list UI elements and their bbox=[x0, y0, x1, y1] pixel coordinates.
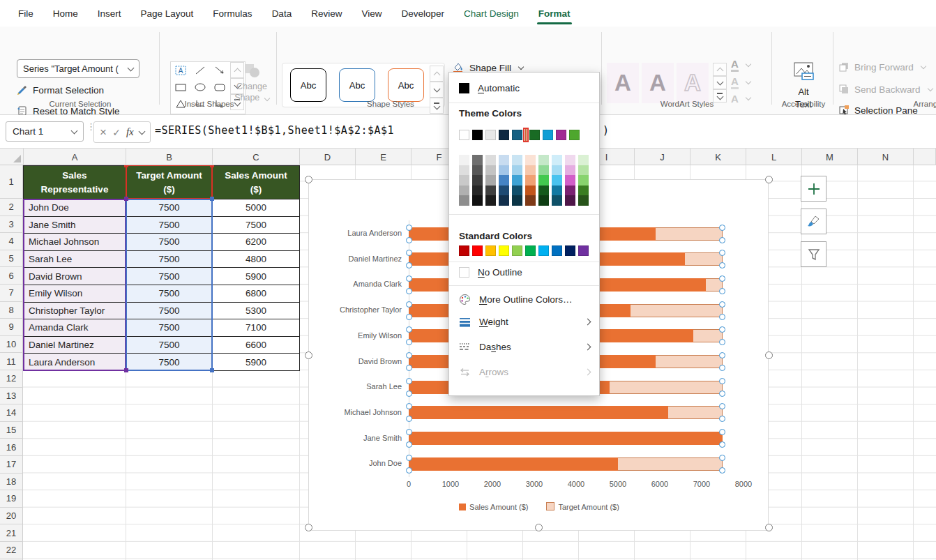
theme-variant-swatch[interactable] bbox=[512, 165, 522, 176]
row-header-18[interactable]: 18 bbox=[0, 474, 23, 491]
cell-target[interactable]: 7500 bbox=[126, 337, 213, 354]
column-header-E[interactable]: E bbox=[356, 149, 412, 165]
theme-variant-swatch[interactable] bbox=[485, 186, 496, 196]
theme-color-swatch[interactable] bbox=[485, 130, 496, 140]
wordart-scroll-down-button[interactable] bbox=[713, 76, 727, 89]
cell-name[interactable]: Emily Wilson bbox=[24, 285, 126, 303]
row-header-21[interactable]: 21 bbox=[0, 524, 23, 542]
column-header-M[interactable]: M bbox=[802, 149, 858, 165]
cell-name[interactable]: Amanda Clark bbox=[24, 319, 126, 337]
cell-sales[interactable]: 6800 bbox=[213, 285, 300, 303]
sales-bar[interactable] bbox=[409, 406, 668, 419]
cell-target[interactable]: 7500 bbox=[126, 268, 213, 285]
row-header-7[interactable]: 7 bbox=[0, 285, 23, 302]
cell-sales[interactable]: 5900 bbox=[213, 354, 300, 371]
sales-bar[interactable] bbox=[409, 457, 618, 471]
row-header-15[interactable]: 15 bbox=[0, 422, 23, 439]
text-box-shape-icon[interactable]: A bbox=[174, 65, 187, 76]
theme-variant-swatch[interactable] bbox=[565, 195, 575, 206]
menu-item-automatic[interactable]: Automatic bbox=[449, 78, 599, 98]
theme-variant-swatch[interactable] bbox=[485, 165, 496, 176]
cell-name[interactable]: Laura Anderson bbox=[24, 354, 126, 371]
cell-target[interactable]: 7500 bbox=[126, 319, 213, 337]
theme-variant-swatch[interactable] bbox=[499, 165, 509, 176]
theme-variant-swatch[interactable] bbox=[538, 155, 549, 165]
theme-color-swatch-selected[interactable] bbox=[525, 130, 527, 140]
row-header-20[interactable]: 20 bbox=[0, 508, 23, 525]
theme-variant-swatch[interactable] bbox=[459, 195, 469, 206]
theme-color-swatch[interactable] bbox=[459, 130, 469, 140]
theme-color-swatch[interactable] bbox=[556, 130, 566, 140]
theme-variant-swatch[interactable] bbox=[565, 175, 575, 186]
theme-variant-swatch[interactable] bbox=[472, 175, 483, 186]
standard-color-swatch[interactable] bbox=[459, 245, 469, 256]
cell-target[interactable]: 7500 bbox=[126, 217, 213, 234]
theme-variant-swatch[interactable] bbox=[525, 175, 536, 186]
chart-frame-handle[interactable] bbox=[305, 351, 312, 359]
chart-frame-handle[interactable] bbox=[765, 176, 773, 183]
theme-variant-swatch[interactable] bbox=[525, 155, 536, 165]
cancel-icon[interactable]: × bbox=[100, 126, 107, 139]
chart-filters-button[interactable] bbox=[801, 241, 826, 267]
cell-sales[interactable]: 7500 bbox=[213, 217, 300, 234]
standard-color-swatch[interactable] bbox=[565, 245, 575, 256]
menu-item-dashes[interactable]: Dashes bbox=[449, 335, 599, 360]
theme-variant-swatch[interactable] bbox=[525, 195, 536, 206]
target-bar[interactable] bbox=[409, 432, 723, 445]
column-header-B[interactable]: B bbox=[126, 149, 213, 165]
wordart-style-2[interactable]: A bbox=[642, 63, 674, 103]
tab-home[interactable]: Home bbox=[43, 0, 88, 27]
chart-frame-handle[interactable] bbox=[305, 176, 312, 183]
tab-data[interactable]: Data bbox=[262, 0, 302, 27]
theme-variant-swatch[interactable] bbox=[552, 195, 562, 206]
theme-variant-swatch[interactable] bbox=[512, 175, 522, 186]
row-header-11[interactable]: 11 bbox=[0, 353, 23, 370]
tab-formulas[interactable]: Formulas bbox=[203, 0, 262, 27]
theme-variant-swatch[interactable] bbox=[472, 186, 483, 196]
arrow-shape-icon[interactable] bbox=[213, 65, 226, 76]
cell-target[interactable]: 7500 bbox=[126, 199, 213, 217]
theme-variant-swatch[interactable] bbox=[512, 186, 522, 196]
table-header-cell[interactable]: Target Amount ($) bbox=[126, 166, 213, 199]
cell-target[interactable]: 7500 bbox=[126, 285, 213, 303]
theme-color-swatch[interactable] bbox=[529, 130, 540, 140]
tab-review[interactable]: Review bbox=[301, 0, 352, 27]
tab-file[interactable]: File bbox=[8, 0, 43, 27]
row-header-19[interactable]: 19 bbox=[0, 490, 23, 508]
theme-variant-swatch[interactable] bbox=[578, 175, 589, 186]
column-header-C[interactable]: C bbox=[213, 149, 300, 165]
sales-bar[interactable] bbox=[409, 432, 723, 445]
theme-variant-swatch[interactable] bbox=[512, 155, 522, 165]
column-header-D[interactable]: D bbox=[300, 149, 356, 165]
cell-sales[interactable]: 6600 bbox=[213, 337, 300, 354]
theme-color-swatch[interactable] bbox=[512, 130, 522, 140]
standard-color-swatch[interactable] bbox=[525, 245, 536, 256]
theme-variant-swatch[interactable] bbox=[525, 186, 536, 196]
theme-variant-swatch[interactable] bbox=[552, 155, 562, 165]
theme-variant-swatch[interactable] bbox=[578, 155, 589, 165]
cell-name[interactable]: Jane Smith bbox=[24, 217, 126, 234]
theme-variant-swatch[interactable] bbox=[578, 186, 589, 196]
theme-color-swatch[interactable] bbox=[472, 130, 483, 140]
wordart-scroll-up-button[interactable] bbox=[713, 63, 727, 76]
column-header-J[interactable]: J bbox=[635, 149, 690, 165]
cell-name[interactable]: David Brown bbox=[24, 268, 126, 285]
tab-format[interactable]: Format bbox=[529, 0, 580, 27]
tab-page-layout[interactable]: Page Layout bbox=[131, 0, 204, 27]
formula-input[interactable]: =SERIES(Sheet1!$B$1,Sheet1!$A$2:$A$1 bbox=[155, 124, 394, 137]
target-bar[interactable] bbox=[409, 457, 723, 471]
tab-view[interactable]: View bbox=[352, 0, 391, 27]
theme-variant-swatch[interactable] bbox=[472, 155, 483, 165]
cell-sales[interactable]: 5300 bbox=[213, 303, 300, 320]
style-gallery-up-button[interactable] bbox=[430, 66, 444, 82]
line-shape-icon[interactable] bbox=[194, 65, 206, 76]
chart-frame-handle[interactable] bbox=[765, 351, 773, 359]
cell-name[interactable]: Daniel Martinez bbox=[24, 337, 126, 354]
theme-variant-swatch[interactable] bbox=[538, 195, 549, 206]
row-header-10[interactable]: 10 bbox=[0, 336, 23, 354]
theme-variant-swatch[interactable] bbox=[499, 195, 509, 206]
row-header-9[interactable]: 9 bbox=[0, 319, 23, 336]
theme-variant-swatch[interactable] bbox=[565, 155, 575, 165]
cell-name[interactable]: Christopher Taylor bbox=[24, 303, 126, 320]
theme-variant-swatch[interactable] bbox=[578, 165, 589, 176]
